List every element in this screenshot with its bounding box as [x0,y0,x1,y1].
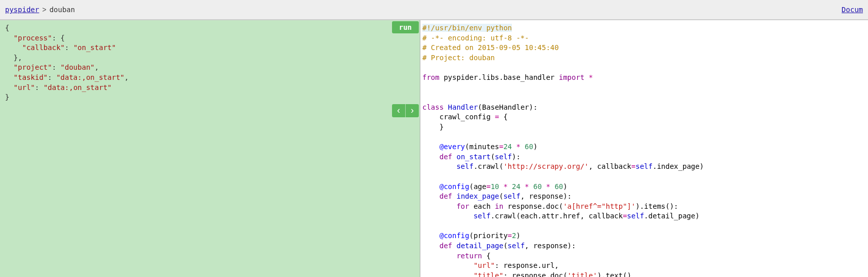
code-editor-panel[interactable]: #!/usr/bin/env python # -*- encoding: ut… [420,20,868,277]
python-code-content[interactable]: #!/usr/bin/env python # -*- encoding: ut… [422,23,866,277]
run-button[interactable]: run [392,21,419,33]
breadcrumb-current: douban [50,6,75,14]
header-bar: pyspider > douban Docum [0,0,868,20]
nav-prev-button[interactable]: ‹ [392,104,405,117]
breadcrumb: pyspider > douban [5,6,75,14]
nav-next-button[interactable]: › [406,104,419,117]
task-json-content[interactable]: { "process": { "callback": "on_start" },… [5,23,415,103]
main-split: run ‹ › { "process": { "callback": "on_s… [0,20,868,277]
breadcrumb-root-link[interactable]: pyspider [5,6,39,14]
task-json-panel[interactable]: run ‹ › { "process": { "callback": "on_s… [0,20,420,277]
breadcrumb-separator: > [42,6,46,14]
documentation-link[interactable]: Docum [842,6,863,14]
nav-controls: ‹ › [392,104,419,117]
